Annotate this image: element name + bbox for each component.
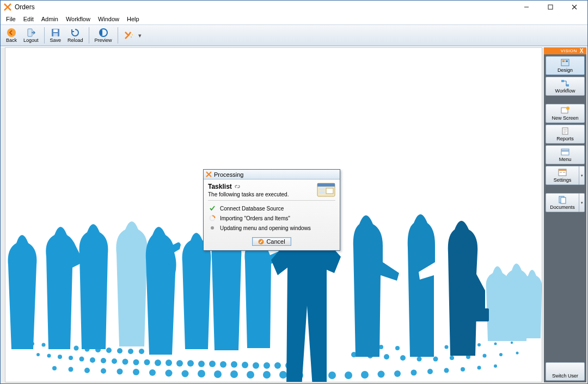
close-button[interactable] [562,1,586,13]
svg-point-34 [144,360,150,366]
reload-button[interactable]: Reload [65,27,86,44]
svg-point-87 [516,352,519,355]
svg-rect-124 [326,188,333,194]
extras-dropdown[interactable]: ▾ [138,26,142,45]
svg-point-24 [36,353,40,356]
svg-point-51 [84,368,90,373]
task-row: Connect Database Source [208,203,335,213]
svg-point-81 [417,357,422,362]
workflow-icon [560,79,570,88]
switch-user-button[interactable]: Switch User [546,362,585,381]
svg-point-63 [279,371,287,379]
svg-point-74 [461,367,465,371]
menu-file[interactable]: File [3,15,19,23]
save-button[interactable]: Save [47,27,64,44]
new-screen-label: New Screen [552,115,578,121]
svg-point-52 [101,368,106,374]
svg-rect-1 [548,5,553,9]
task-row: Updating menu and opening windows [208,223,335,233]
maximize-button[interactable] [538,1,562,13]
menu-help[interactable]: Help [124,15,143,23]
svg-point-90 [395,346,400,350]
save-icon [51,28,60,38]
extras-button[interactable] [121,29,137,41]
svg-point-76 [494,364,497,368]
settings-button[interactable]: Settings [546,166,579,185]
svg-point-60 [230,370,238,378]
documents-label: Documents [550,205,575,210]
svg-point-66 [328,371,336,379]
svg-rect-114 [560,172,562,173]
menu-icon [560,147,570,156]
side-panel: VISION X Design Workflow New Screen Repo… [544,47,586,382]
menu-workflow[interactable]: Workflow [63,15,94,23]
svg-point-42 [231,361,237,368]
new-screen-icon [560,106,570,115]
svg-rect-100 [562,60,565,62]
svg-point-30 [101,358,106,363]
svg-point-54 [133,369,139,375]
cancel-button[interactable]: Cancel [252,237,291,246]
svg-point-126 [211,226,214,230]
svg-rect-101 [566,60,568,62]
svg-rect-8 [53,33,58,36]
svg-point-53 [117,369,123,375]
svg-point-43 [242,362,248,368]
documents-dropdown[interactable]: ▾ [579,193,585,212]
dialog-heading: Tasklist [208,183,232,190]
svg-point-31 [112,358,117,364]
logout-icon [26,28,36,38]
svg-point-95 [477,343,481,346]
new-screen-button[interactable]: New Screen [546,104,585,123]
toolbar-separator [44,27,45,44]
svg-point-97 [511,342,513,344]
processing-dialog: Processing Tasklist The following tasks … [203,169,340,251]
svg-point-50 [69,367,74,372]
svg-point-93 [445,345,449,349]
svg-point-82 [433,357,438,362]
toolbar-separator [89,27,89,44]
svg-point-70 [394,370,401,377]
svg-point-16 [74,346,79,351]
documents-button[interactable]: Documents [546,193,579,212]
documents-icon [558,195,567,204]
svg-point-32 [122,359,128,365]
svg-point-41 [220,361,226,368]
settings-dropdown[interactable]: ▾ [579,166,585,185]
workflow-button[interactable]: Workflow [546,77,585,96]
svg-point-80 [400,355,406,361]
check-icon [209,205,216,212]
pending-icon [209,225,216,231]
svg-point-4 [7,28,16,37]
vision-label: VISION [561,48,577,53]
toolbar: Back Logout Save Reload Preview ▾ [1,24,587,46]
design-button[interactable]: Design [546,56,585,75]
reports-button[interactable]: Reports [546,125,585,144]
svg-rect-115 [563,172,565,173]
menu-edit[interactable]: Edit [20,15,37,23]
svg-rect-122 [319,188,324,190]
svg-point-73 [444,368,449,373]
menu-admin[interactable]: Admin [38,15,62,23]
titlebar: Orders [1,1,587,14]
dialog-titlebar[interactable]: Processing [204,170,340,179]
vision-tab[interactable]: VISION X [544,47,586,54]
preview-button[interactable]: Preview [92,27,115,44]
task-label: Importing "Orders and Items" [220,215,290,221]
x-sparkle-icon [124,30,134,40]
logout-label: Logout [23,38,39,43]
svg-point-36 [166,360,172,366]
back-button[interactable]: Back [3,27,20,44]
svg-point-40 [209,361,216,367]
svg-point-11 [132,34,133,35]
menu-button[interactable]: Menu [546,145,585,164]
svg-point-75 [477,366,481,370]
link-icon [234,183,241,190]
toolbar-separator [118,27,118,44]
logout-button[interactable]: Logout [21,27,41,44]
minimize-button[interactable] [514,1,538,13]
dialog-logo-icon [206,171,212,177]
svg-point-61 [247,371,254,379]
svg-point-22 [139,349,144,354]
menu-window[interactable]: Window [95,15,122,23]
